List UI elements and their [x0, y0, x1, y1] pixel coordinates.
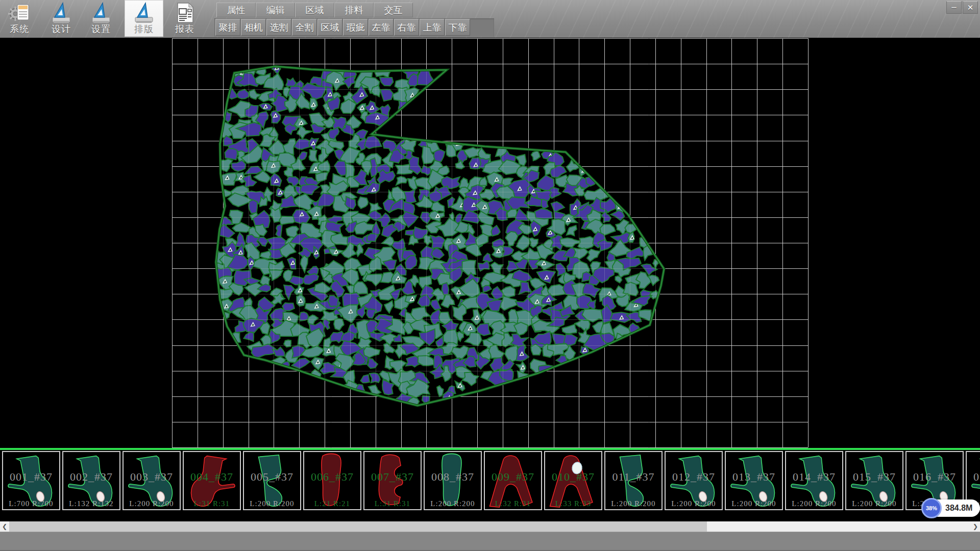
memory-badge: 38% 384.8M — [923, 499, 980, 517]
app-tab-label: 设计 — [45, 23, 78, 35]
part-lr-label: L:200 R:200 — [124, 499, 180, 508]
part-id-label: 017_#37 — [967, 470, 980, 484]
part-thumbnail[interactable]: 009_#37 L:32 R:31 — [484, 451, 542, 510]
part-id-label: 003_#37 — [124, 470, 180, 484]
menu-bar: 属性编辑区域排料交互 — [216, 3, 413, 17]
nesting-canvas[interactable] — [0, 38, 980, 448]
menu-item[interactable]: 编辑 — [256, 3, 295, 17]
status-bar — [0, 532, 980, 551]
app-tab-icon — [8, 2, 31, 24]
toolbar: 系统 设计 设置 排版 报表 属性编辑区域排料交互 聚排相机选割全割区域瑕疵左靠… — [0, 0, 980, 38]
tool-button[interactable]: 选割 — [266, 19, 291, 36]
scroll-right-arrow-icon[interactable]: ❯ — [971, 521, 980, 532]
part-thumbnail[interactable]: 012_#37 L:200 R:200 — [665, 451, 723, 510]
part-lr-label: L:200 R:200 — [726, 499, 782, 508]
tool-button[interactable]: 上靠 — [420, 19, 445, 36]
part-thumbnail[interactable]: 014_#37 L:200 R:200 — [785, 451, 843, 510]
part-id-label: 007_#37 — [364, 470, 421, 484]
part-thumbnail[interactable]: 010_#37 L:33 R:33 — [544, 451, 602, 510]
scroll-left-arrow-icon[interactable]: ❮ — [0, 521, 9, 532]
close-button[interactable]: ✕ — [963, 1, 978, 14]
part-thumbnail[interactable]: 006_#37 L:21 R:21 — [303, 451, 361, 510]
part-id-label: 006_#37 — [304, 470, 360, 484]
app-tab-label: 设置 — [85, 23, 117, 35]
part-id-label: 010_#37 — [545, 470, 601, 484]
app-tab[interactable]: 排版 — [125, 0, 163, 37]
part-id-label: 013_#37 — [726, 470, 782, 484]
part-lr-label: L:31 R:31 — [364, 499, 421, 508]
part-id-label: 009_#37 — [485, 470, 541, 484]
tool-button[interactable]: 聚排 — [215, 19, 240, 36]
part-id-label: 015_#37 — [846, 470, 902, 484]
part-id-label: 011_#37 — [605, 470, 662, 484]
part-lr-label: L:200 R:200 — [666, 499, 722, 508]
part-lr-label: L:31 R:31 — [184, 499, 240, 508]
part-id-label: 002_#37 — [63, 470, 119, 484]
part-thumbnail[interactable]: 004_#37 L:31 R:31 — [183, 451, 241, 510]
tool-bar: 聚排相机选割全割区域瑕疵左靠右靠上靠下靠 — [215, 19, 471, 36]
part-lr-label: L:21 R:21 — [304, 499, 360, 508]
tool-button[interactable]: 下靠 — [445, 19, 470, 36]
part-id-label: 005_#37 — [244, 470, 300, 484]
part-id-label: 016_#37 — [906, 470, 963, 484]
part-thumbnail[interactable]: 013_#37 L:200 R:200 — [725, 451, 783, 510]
app-tab-icon — [133, 2, 155, 24]
app-tab-icon — [174, 2, 196, 24]
app-tab-label: 系统 — [3, 23, 36, 35]
part-thumbnail[interactable]: 003_#37 L:200 R:200 — [122, 451, 181, 510]
app-tab-label: 排版 — [125, 23, 163, 35]
part-lr-label: L:33 R:33 — [545, 499, 601, 508]
scrollbar-thumb[interactable] — [9, 521, 707, 532]
app-tab[interactable]: 设置 — [85, 0, 117, 37]
horizontal-scrollbar[interactable]: ❮ ❯ — [0, 521, 980, 532]
app-window: 系统 设计 设置 排版 报表 属性编辑区域排料交互 聚排相机选割全割区域瑕疵左靠… — [0, 0, 980, 551]
part-thumbnail[interactable]: 002_#37 L:132 R:132 — [62, 451, 120, 510]
minimize-button[interactable]: ─ — [946, 1, 962, 14]
tool-button[interactable]: 瑕疵 — [343, 19, 368, 36]
part-lr-label: L:32 R:31 — [485, 499, 541, 508]
part-lr-label: L:200 R:200 — [605, 499, 662, 508]
part-lr-label: L:200 R:200 — [786, 499, 842, 508]
part-id-label: 014_#37 — [786, 470, 842, 484]
part-lr-label: L:132 R:132 — [63, 499, 119, 508]
thumbnail-strip: 001_#37 L:700 R:700 002_#37 L:132 R:132 … — [0, 448, 980, 521]
app-tab-icon — [50, 2, 72, 24]
menu-item[interactable]: 交互 — [374, 3, 413, 17]
tool-button[interactable]: 左靠 — [369, 19, 394, 36]
menu-item[interactable]: 属性 — [216, 3, 256, 17]
part-thumbnail[interactable]: 011_#37 L:200 R:200 — [604, 451, 663, 510]
part-lr-label: L:700 R:700 — [3, 499, 59, 508]
menu-item[interactable]: 排料 — [334, 3, 374, 17]
app-tab[interactable]: 设计 — [45, 0, 78, 37]
part-thumbnail[interactable]: 008_#37 L:200 R:200 — [424, 451, 482, 510]
app-tab[interactable]: 报表 — [168, 0, 201, 37]
tool-button[interactable]: 区域 — [317, 19, 342, 36]
part-thumbnail[interactable]: 015_#37 L:200 R:200 — [845, 451, 903, 510]
progress-circle: 38% — [921, 498, 942, 518]
part-id-label: 001_#37 — [3, 470, 59, 484]
menu-item[interactable]: 区域 — [295, 3, 334, 17]
app-tab-label: 报表 — [168, 23, 201, 35]
tool-band: 聚排相机选割全割区域瑕疵左靠右靠上靠下靠 — [214, 18, 494, 37]
tool-button[interactable]: 相机 — [241, 19, 266, 36]
app-tab-icon — [90, 2, 112, 24]
part-thumbnail[interactable]: 005_#37 L:200 R:200 — [243, 451, 301, 510]
window-controls: ─ ✕ — [946, 1, 978, 14]
part-id-label: 012_#37 — [666, 470, 722, 484]
part-id-label: 008_#37 — [425, 470, 481, 484]
tool-button[interactable]: 全割 — [292, 19, 317, 36]
part-id-label: 004_#37 — [184, 470, 240, 484]
part-lr-label: L:200 R:200 — [244, 499, 300, 508]
memory-label: 384.8M — [945, 499, 972, 517]
app-tab[interactable]: 系统 — [3, 0, 36, 37]
part-thumbnail[interactable]: 007_#37 L:31 R:31 — [363, 451, 422, 510]
tool-button[interactable]: 右靠 — [394, 19, 419, 36]
part-thumbnail[interactable]: 001_#37 L:700 R:700 — [2, 451, 60, 510]
part-lr-label: L:200 R:200 — [425, 499, 481, 508]
part-lr-label: L:200 R:200 — [846, 499, 902, 508]
